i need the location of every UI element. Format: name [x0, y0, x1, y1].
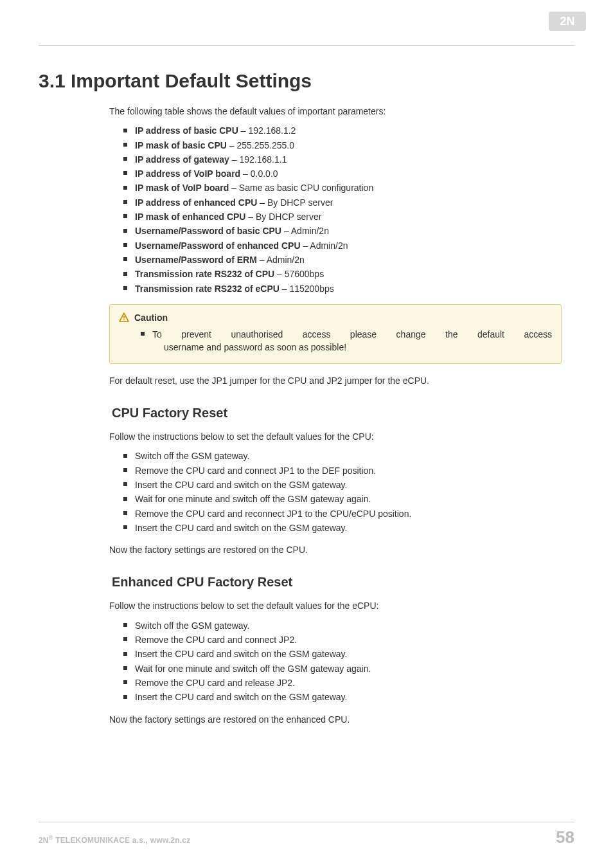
- list-item: Remove the CPU card and release JP2.: [135, 676, 562, 689]
- header-divider: [39, 45, 574, 46]
- param-label: IP mask of VoIP board: [135, 183, 231, 193]
- list-item: Username/Password of enhanced CPU – Admi…: [135, 239, 562, 252]
- param-label: IP address of gateway: [135, 154, 232, 165]
- content-area: The following table shows the default va…: [109, 105, 562, 726]
- param-label: Transmission rate RS232 of CPU: [135, 269, 277, 279]
- defaults-list: IP address of basic CPU – 192.168.1.2 IP…: [109, 124, 562, 295]
- reset-note: For default reset, use the JP1 jumper fo…: [109, 374, 562, 387]
- param-value: – 57600bps: [277, 269, 324, 279]
- caution-list: To prevent unauthorised access please ch…: [119, 328, 552, 354]
- list-item: IP address of enhanced CPU – By DHCP ser…: [135, 196, 562, 209]
- list-item: IP address of basic CPU – 192.168.1.2: [135, 124, 562, 137]
- caution-text-line2: username and password as soon as possibl…: [152, 341, 552, 354]
- param-value: – 192.168.1.2: [241, 125, 296, 136]
- caution-item: To prevent unauthorised access please ch…: [152, 328, 552, 354]
- svg-rect-3: [123, 320, 125, 321]
- param-label: IP address of VoIP board: [135, 168, 243, 179]
- param-label: Username/Password of basic CPU: [135, 226, 284, 236]
- list-item: IP address of gateway – 192.168.1.1: [135, 153, 562, 166]
- param-value: – Same as basic CPU configuration: [231, 183, 373, 193]
- caution-title: Caution: [134, 311, 168, 324]
- brand-logo: 2N: [549, 12, 586, 31]
- list-item: Remove the CPU card and connect JP1 to t…: [135, 464, 562, 477]
- list-item: IP mask of basic CPU – 255.255.255.0: [135, 139, 562, 152]
- list-item: IP address of VoIP board – 0.0.0.0: [135, 167, 562, 180]
- page-number: 58: [556, 827, 574, 847]
- param-label: IP mask of basic CPU: [135, 140, 229, 150]
- list-item: Username/Password of ERM – Admin/2n: [135, 253, 562, 266]
- param-value: – 0.0.0.0: [243, 168, 278, 179]
- footer-divider: [39, 822, 574, 822]
- param-value: – 115200bps: [282, 284, 334, 294]
- brand-logo-text: 2N: [560, 15, 574, 28]
- param-label: IP address of enhanced CPU: [135, 197, 260, 208]
- param-value: – Admin/2n: [303, 240, 348, 251]
- param-label: IP mask of enhanced CPU: [135, 212, 248, 222]
- page-footer: 2N® TELEKOMUNIKACE a.s., www.2n.cz 58: [39, 822, 574, 847]
- param-label: IP address of basic CPU: [135, 125, 241, 136]
- ecpu-reset-outro: Now the factory settings are restored on…: [109, 713, 562, 726]
- list-item: Switch off the GSM gateway.: [135, 619, 562, 632]
- page-body: 3.1 Important Default Settings The follo…: [0, 0, 613, 726]
- list-item: Switch off the GSM gateway.: [135, 449, 562, 462]
- cpu-reset-intro: Follow the instructions below to set the…: [109, 430, 562, 443]
- footer-company-sup: ®: [49, 835, 53, 841]
- list-item: Transmission rate RS232 of CPU – 57600bp…: [135, 267, 562, 280]
- ecpu-reset-heading: Enhanced CPU Factory Reset: [112, 573, 562, 592]
- intro-paragraph: The following table shows the default va…: [109, 105, 562, 118]
- list-item: Username/Password of basic CPU – Admin/2…: [135, 224, 562, 237]
- list-item: Remove the CPU card and reconnect JP1 to…: [135, 507, 562, 520]
- ecpu-reset-intro: Follow the instructions below to set the…: [109, 599, 562, 612]
- caution-header: Caution: [119, 311, 552, 324]
- cpu-reset-outro: Now the factory settings are restored on…: [109, 543, 562, 556]
- param-value: – 255.255.255.0: [229, 140, 294, 150]
- list-item: IP mask of VoIP board – Same as basic CP…: [135, 181, 562, 194]
- list-item: Insert the CPU card and switch on the GS…: [135, 691, 562, 703]
- footer-company: 2N® TELEKOMUNIKACE a.s., www.2n.cz: [39, 835, 190, 845]
- param-label: Username/Password of enhanced CPU: [135, 240, 303, 251]
- ecpu-reset-steps: Switch off the GSM gateway. Remove the C…: [109, 619, 562, 704]
- footer-company-prefix: 2N: [39, 836, 49, 845]
- cpu-reset-heading: CPU Factory Reset: [112, 404, 562, 422]
- page-title: 3.1 Important Default Settings: [39, 70, 574, 92]
- param-label: Transmission rate RS232 of eCPU: [135, 284, 282, 294]
- caution-text-line1: To prevent unauthorised access please ch…: [152, 328, 552, 341]
- list-item: Remove the CPU card and connect JP2.: [135, 633, 562, 646]
- list-item: Wait for one minute and switch off the G…: [135, 662, 562, 675]
- list-item: Insert the CPU card and switch on the GS…: [135, 521, 562, 534]
- svg-rect-2: [123, 316, 125, 319]
- cpu-reset-steps: Switch off the GSM gateway. Remove the C…: [109, 449, 562, 534]
- footer-company-rest: TELEKOMUNIKACE a.s., www.2n.cz: [53, 836, 191, 845]
- param-value: – By DHCP server: [248, 212, 321, 222]
- param-value: – 192.168.1.1: [232, 154, 287, 165]
- param-value: – Admin/2n: [260, 255, 305, 265]
- list-item: Wait for one minute and switch off the G…: [135, 493, 562, 505]
- warning-icon: [119, 312, 129, 323]
- list-item: Insert the CPU card and switch on the GS…: [135, 478, 562, 491]
- list-item: Insert the CPU card and switch on the GS…: [135, 647, 562, 660]
- param-value: – By DHCP server: [260, 197, 333, 208]
- list-item: Transmission rate RS232 of eCPU – 115200…: [135, 282, 562, 295]
- list-item: IP mask of enhanced CPU – By DHCP server: [135, 210, 562, 223]
- param-value: – Admin/2n: [284, 226, 329, 236]
- param-label: Username/Password of ERM: [135, 255, 260, 265]
- caution-callout: Caution To prevent unauthorised access p…: [109, 304, 562, 364]
